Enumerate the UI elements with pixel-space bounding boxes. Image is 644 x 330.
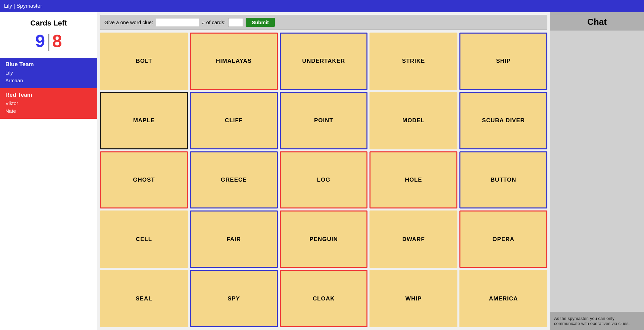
cards-left-title: Cards Left xyxy=(0,19,97,28)
num-cards-input[interactable] xyxy=(228,18,243,27)
card-spy[interactable]: SPY xyxy=(190,270,278,327)
blue-team-title: Blue Team xyxy=(5,61,92,68)
score-divider: | xyxy=(46,31,51,51)
card-bolt[interactable]: BOLT xyxy=(100,33,188,90)
score-row: 9 | 8 xyxy=(0,31,97,51)
card-ghost[interactable]: GHOST xyxy=(100,151,188,209)
card-cell[interactable]: CELL xyxy=(100,210,188,268)
cards-left-section: Cards Left 9 | 8 xyxy=(0,15,97,58)
card-log[interactable]: LOG xyxy=(280,151,368,209)
chat-title: Chat xyxy=(550,12,644,31)
center-panel: Give a one word clue: # of cards: Submit… xyxy=(97,12,550,330)
red-team-block: Red Team Viktor Nate xyxy=(0,88,97,119)
red-team-players: Viktor Nate xyxy=(5,100,92,115)
card-maple[interactable]: MAPLE xyxy=(100,92,188,149)
left-panel: Cards Left 9 | 8 Blue Team Lily Armaan R… xyxy=(0,12,97,330)
card-himalayas[interactable]: HIMALAYAS xyxy=(190,33,278,90)
card-grid: BOLTHIMALAYASUNDERTAKERSTRIKESHIPMAPLECL… xyxy=(100,33,547,327)
card-button[interactable]: BUTTON xyxy=(459,151,547,209)
card-scuba-diver[interactable]: SCUBA DIVER xyxy=(459,92,547,149)
clue-input[interactable] xyxy=(156,18,199,27)
blue-score: 9 xyxy=(35,31,45,51)
card-strike[interactable]: STRIKE xyxy=(369,33,457,90)
topbar: Lily | Spymaster xyxy=(0,0,644,12)
blue-player-2: Armaan xyxy=(5,77,92,85)
num-cards-label: # of cards: xyxy=(202,19,226,25)
blue-player-1: Lily xyxy=(5,69,92,77)
clue-bar: Give a one word clue: # of cards: Submit xyxy=(100,15,547,30)
card-ship[interactable]: SHIP xyxy=(459,33,547,90)
card-cliff[interactable]: CLIFF xyxy=(190,92,278,149)
red-team-title: Red Team xyxy=(5,92,92,98)
red-player-1: Viktor xyxy=(5,100,92,107)
submit-button[interactable]: Submit xyxy=(246,18,275,27)
topbar-title: Lily | Spymaster xyxy=(4,3,42,9)
chat-body xyxy=(550,31,644,312)
card-undertaker[interactable]: UNDERTAKER xyxy=(280,33,368,90)
card-penguin[interactable]: PENGUIN xyxy=(280,210,368,268)
card-point[interactable]: POINT xyxy=(280,92,368,149)
blue-team-players: Lily Armaan xyxy=(5,69,92,84)
card-fair[interactable]: FAIR xyxy=(190,210,278,268)
red-player-2: Nate xyxy=(5,107,92,115)
card-america[interactable]: AMERICA xyxy=(459,270,547,327)
right-panel: Chat As the spymaster, you can only comm… xyxy=(550,12,644,330)
card-greece[interactable]: GREECE xyxy=(190,151,278,209)
card-dwarf[interactable]: DWARF xyxy=(369,210,457,268)
card-hole[interactable]: HOLE xyxy=(369,151,457,209)
card-model[interactable]: MODEL xyxy=(369,92,457,149)
card-whip[interactable]: WHIP xyxy=(369,270,457,327)
chat-footer: As the spymaster, you can only communica… xyxy=(550,312,644,330)
red-score: 8 xyxy=(52,31,62,51)
card-opera[interactable]: OPERA xyxy=(459,210,547,268)
card-cloak[interactable]: CLOAK xyxy=(280,270,368,327)
blue-team-block: Blue Team Lily Armaan xyxy=(0,58,97,88)
card-seal[interactable]: SEAL xyxy=(100,270,188,327)
clue-label: Give a one word clue: xyxy=(104,19,153,25)
main-layout: Cards Left 9 | 8 Blue Team Lily Armaan R… xyxy=(0,12,644,330)
